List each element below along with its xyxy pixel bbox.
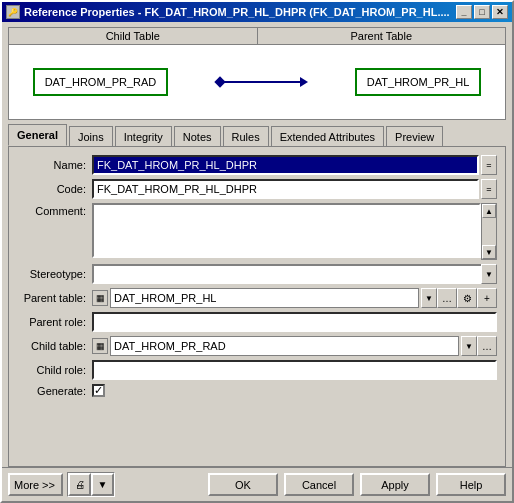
- arrow-body: [220, 81, 300, 83]
- code-input[interactable]: [92, 179, 479, 199]
- child-table-select-wrapper: ▦ DAT_HROM_PR_RAD ▼: [92, 336, 477, 356]
- bottom-left: More >> 🖨 ▼: [8, 472, 115, 497]
- parent-table-dropdown-arrow: ▼: [421, 288, 437, 308]
- title-bar-left: 🔑 Reference Properties - FK_DAT_HROM_PR_…: [6, 5, 450, 19]
- child-role-input[interactable]: [92, 360, 497, 380]
- parent-table-select[interactable]: DAT_HROM_PR_HL: [110, 288, 419, 308]
- minimize-button[interactable]: _: [456, 5, 472, 19]
- parent-table-new-button[interactable]: +: [477, 288, 497, 308]
- tab-preview[interactable]: Preview: [386, 126, 443, 146]
- stereotype-select[interactable]: [92, 264, 497, 284]
- close-button[interactable]: ✕: [492, 5, 508, 19]
- tab-rules[interactable]: Rules: [223, 126, 269, 146]
- tab-joins[interactable]: Joins: [69, 126, 113, 146]
- cancel-button[interactable]: Cancel: [284, 473, 354, 496]
- child-role-label: Child role:: [17, 364, 92, 376]
- parent-table-props-button[interactable]: ⚙: [457, 288, 477, 308]
- child-table-select[interactable]: DAT_HROM_PR_RAD: [110, 336, 459, 356]
- code-equals-button[interactable]: =: [481, 179, 497, 199]
- generate-label: Generate:: [17, 385, 92, 397]
- name-input[interactable]: [92, 155, 479, 175]
- child-role-row: Child role:: [17, 360, 497, 380]
- generate-row: Generate: ✓: [17, 384, 497, 397]
- maximize-button[interactable]: □: [474, 5, 490, 19]
- comment-scrollbar: ▲ ▼: [481, 203, 497, 260]
- child-table-dropdown-arrow: ▼: [461, 336, 477, 356]
- tab-notes[interactable]: Notes: [174, 126, 221, 146]
- apply-button[interactable]: Apply: [360, 473, 430, 496]
- tab-general[interactable]: General: [8, 124, 67, 146]
- more-button[interactable]: More >>: [8, 473, 63, 496]
- tabs-row: General Joins Integrity Notes Rules Exte…: [8, 124, 506, 146]
- toolbar-group: 🖨 ▼: [67, 472, 115, 497]
- window-title: Reference Properties - FK_DAT_HROM_PR_HL…: [24, 6, 450, 18]
- parent-table-icon: ▦: [92, 290, 108, 306]
- name-row: Name: =: [17, 155, 497, 175]
- comment-label: Comment:: [17, 203, 92, 217]
- generate-checkbox-wrapper: ✓: [92, 384, 105, 397]
- name-equals-button[interactable]: =: [481, 155, 497, 175]
- arrow-head: [300, 77, 308, 87]
- diagram-area: DAT_HROM_PR_RAD DAT_HROM_PR_HL: [8, 45, 506, 120]
- parent-role-row: Parent role:: [17, 312, 497, 332]
- bottom-right: OK Cancel Apply Help: [208, 473, 506, 496]
- title-bar: 🔑 Reference Properties - FK_DAT_HROM_PR_…: [2, 2, 512, 22]
- child-table-label: Child table:: [17, 340, 92, 352]
- child-table-browse-button[interactable]: …: [477, 336, 497, 356]
- comment-textarea-wrapper: ▲ ▼: [92, 203, 497, 260]
- tab-integrity[interactable]: Integrity: [115, 126, 172, 146]
- child-table-box: DAT_HROM_PR_RAD: [33, 68, 169, 96]
- parent-table-row: Parent table: ▦ DAT_HROM_PR_HL ▼ … ⚙ +: [17, 288, 497, 308]
- relationship-arrow: [216, 77, 308, 87]
- name-label: Name:: [17, 159, 92, 171]
- main-window: 🔑 Reference Properties - FK_DAT_HROM_PR_…: [0, 0, 514, 503]
- generate-checkbox[interactable]: ✓: [92, 384, 105, 397]
- stereotype-label: Stereotype:: [17, 268, 92, 280]
- help-button[interactable]: Help: [436, 473, 506, 496]
- parent-table-label: Parent table:: [17, 292, 92, 304]
- child-table-icon: ▦: [92, 338, 108, 354]
- parent-table-select-wrapper: ▦ DAT_HROM_PR_HL ▼: [92, 288, 437, 308]
- parent-table-box: DAT_HROM_PR_HL: [355, 68, 482, 96]
- window-icon: 🔑: [6, 5, 20, 19]
- stereotype-select-wrapper: ▼: [92, 264, 497, 284]
- parent-table-browse-button[interactable]: …: [437, 288, 457, 308]
- ok-button[interactable]: OK: [208, 473, 278, 496]
- arrow-diamond: [214, 76, 225, 87]
- comment-textarea[interactable]: [92, 203, 481, 258]
- bottom-bar: More >> 🖨 ▼ OK Cancel Apply Help: [2, 467, 512, 501]
- code-label: Code:: [17, 183, 92, 195]
- scroll-down-button[interactable]: ▼: [482, 245, 496, 259]
- toolbar-print-button[interactable]: 🖨: [68, 473, 91, 496]
- comment-row: Comment: ▲ ▼: [17, 203, 497, 260]
- tab-content-general: Name: = Code: = Comment: ▲ ▼ Stereotype: [8, 146, 506, 467]
- child-table-row: Child table: ▦ DAT_HROM_PR_RAD ▼ …: [17, 336, 497, 356]
- toolbar-dropdown-button[interactable]: ▼: [91, 473, 114, 496]
- title-buttons: _ □ ✕: [456, 5, 508, 19]
- scroll-up-button[interactable]: ▲: [482, 204, 496, 218]
- stereotype-row: Stereotype: ▼: [17, 264, 497, 284]
- table-header-row: Child Table Parent Table: [8, 27, 506, 45]
- parent-table-header: Parent Table: [257, 27, 507, 45]
- parent-role-input[interactable]: [92, 312, 497, 332]
- child-table-header: Child Table: [8, 27, 257, 45]
- parent-role-label: Parent role:: [17, 316, 92, 328]
- checkbox-check: ✓: [94, 384, 103, 397]
- code-row: Code: =: [17, 179, 497, 199]
- tab-extended-attributes[interactable]: Extended Attributes: [271, 126, 384, 146]
